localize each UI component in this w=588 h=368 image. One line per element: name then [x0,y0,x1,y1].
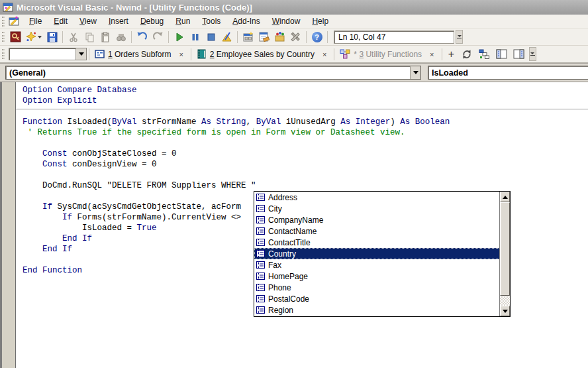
intellisense-item[interactable]: Fax [254,259,510,271]
code-segment [211,117,217,127]
tab-utility-functions[interactable]: * 3 Utility Functions × [336,49,439,59]
code-line[interactable]: Function IsLoaded(ByVal strFormName As S… [23,117,588,127]
insert-object-icon[interactable] [24,30,44,44]
toolbar-grip[interactable] [2,32,5,42]
intellisense-item[interactable]: Address [254,192,510,203]
tabbar-options-icon[interactable] [529,47,536,61]
navigation-combo[interactable] [9,48,87,60]
intellisense-item-label: Phone [268,283,291,292]
intellisense-item[interactable]: PostalCode [254,293,510,304]
code-line[interactable]: Const conObjStateClosed = 0 [23,149,588,159]
code-window-icon[interactable] [9,16,19,27]
tab-separator [89,48,89,60]
code-line[interactable]: Option Compare Database [23,85,588,95]
intellisense-item[interactable]: ContactTitle [254,237,510,248]
paste-icon[interactable] [97,30,113,44]
toolbar-separator [62,31,63,43]
field-icon [256,215,265,224]
report-icon [197,49,207,59]
menu-view[interactable]: View [74,15,103,28]
window-cascade-icon[interactable] [477,47,492,62]
code-segment: Const [42,160,68,169]
help-icon[interactable]: ? [309,30,324,44]
menu-file[interactable]: File [23,15,48,28]
intellisense-item[interactable]: ContactName [254,225,510,237]
code-segment: ' Returns True if the specified form is … [23,128,405,137]
code-line[interactable]: Const conDesignView = 0 [23,159,588,170]
code-segment [23,234,62,243]
menu-debug[interactable]: Debug [134,15,170,28]
object-browser-icon[interactable] [272,30,287,44]
menu-run[interactable]: Run [170,15,196,28]
scroll-down-icon[interactable] [500,306,510,316]
insert-object-dropdown-icon[interactable] [38,36,42,38]
menu-insert[interactable]: Insert [103,15,134,28]
split-right-pane-icon[interactable] [511,47,526,62]
code-line[interactable]: ' Returns True if the specified form is … [23,127,588,138]
menu-add-ins[interactable]: Add-Ins [226,15,266,28]
break-icon[interactable] [187,30,203,44]
design-mode-icon[interactable] [219,30,234,44]
object-combo[interactable]: (General) [5,66,421,80]
intellisense-item[interactable]: Region [254,304,510,316]
code-line[interactable]: Option Explicit [23,95,588,106]
code-line[interactable]: DoCmd.RunSQL "DELETE FROM Suppliers WHER… [23,180,588,191]
intellisense-item[interactable]: City [254,203,510,214]
scroll-up-icon[interactable] [500,192,510,202]
intellisense-item[interactable]: Phone [254,282,510,293]
margin-indicator-bar[interactable] [2,82,16,368]
toolbar-grip[interactable] [2,17,5,27]
combo-dropdown-icon[interactable] [75,48,86,60]
menu-edit[interactable]: Edit [48,15,74,28]
undo-icon[interactable] [134,30,150,44]
code-segment: SysCmd(acSysCmdGetObjectState, acForm [52,202,241,212]
tab-orders-subform[interactable]: 1 Orders Subform × [91,49,189,59]
toolbar-grip[interactable] [2,49,5,59]
cut-icon[interactable] [66,30,81,44]
code-line[interactable] [23,138,588,149]
toolbar-options-icon[interactable] [456,30,463,44]
new-tab-icon[interactable]: + [446,50,458,59]
find-icon[interactable] [113,30,128,44]
code-line[interactable] [23,170,588,180]
combo-dropdown-icon[interactable] [410,66,420,79]
close-tab-icon[interactable]: × [428,50,436,58]
intellisense-item-label: ContactName [268,227,317,236]
save-icon[interactable] [44,30,60,44]
intellisense-scrollbar[interactable] [499,192,510,316]
code-editor[interactable]: Option Compare DatabaseOption ExplicitFu… [0,82,588,368]
intellisense-item-label: City [268,204,282,214]
menu-help[interactable]: Help [306,15,334,28]
scrollbar-thumb[interactable] [500,202,510,296]
view-microsoft-access-icon[interactable] [8,30,23,44]
procedure-combo[interactable]: IsLoaded [428,66,588,80]
menu-window[interactable]: Window [266,15,307,28]
field-icon [256,294,265,303]
split-left-pane-icon[interactable] [494,47,509,62]
toolbar-separator [306,31,307,43]
redo-icon[interactable] [150,30,166,44]
intellisense-item[interactable]: HomePage [254,271,510,282]
copy-icon[interactable] [81,30,97,44]
field-icon [256,261,265,269]
toolbox-icon[interactable] [288,30,303,44]
intellisense-item[interactable]: Country [254,248,510,259]
window-tab-bar: 1 Orders Subform × 2 Employee Sales by C… [0,46,588,63]
project-explorer-icon[interactable] [240,30,256,44]
tab-separator [442,48,442,60]
run-icon[interactable] [172,30,187,44]
menu-tools[interactable]: Tools [196,15,226,28]
field-icon [256,238,265,247]
close-tab-icon[interactable]: × [320,50,328,58]
reset-icon[interactable] [203,30,219,44]
code-segment: Option Explicit [23,96,97,105]
field-icon [256,227,265,235]
intellisense-item[interactable]: CompanyName [254,214,510,225]
properties-window-icon[interactable] [256,30,271,44]
close-tab-icon[interactable]: × [177,50,185,58]
field-icon [256,272,265,280]
toolbar-separator [327,31,328,43]
tab-employee-sales-by-country[interactable]: 2 Employee Sales by Country × [193,49,332,59]
refresh-icon[interactable] [460,47,475,62]
field-icon [256,306,265,314]
